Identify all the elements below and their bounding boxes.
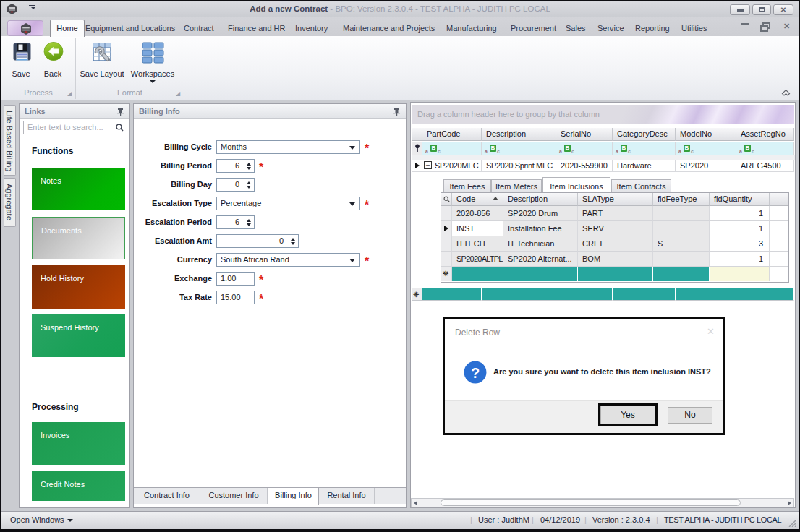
svg-text:?: ? [471,365,480,381]
